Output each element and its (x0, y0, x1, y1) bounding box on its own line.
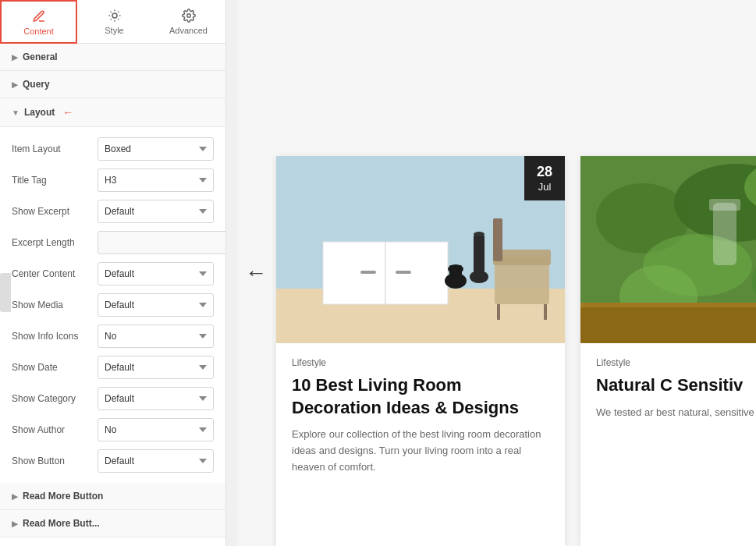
show-info-icons-row: Show Info Icons No Default Yes (12, 321, 214, 352)
show-author-select[interactable]: No Default Yes (98, 418, 214, 441)
item-layout-row: Item Layout Boxed Default Classic Overla… (12, 133, 214, 165)
svg-rect-28 (709, 199, 740, 211)
item-layout-label: Item Layout (12, 144, 98, 154)
title-tag-label: Title Tag (12, 175, 98, 186)
show-excerpt-row: Show Excerpt Default Yes No (12, 196, 214, 227)
layout-form: Item Layout Boxed Default Classic Overla… (0, 127, 225, 483)
read-more2-arrow-icon: ▶ (12, 519, 18, 528)
center-content-label: Center Content (12, 268, 98, 279)
show-date-label: Show Date (12, 362, 98, 373)
card-1-body: Lifestyle 10 Best Living Room Decoration… (276, 343, 565, 491)
layout-arrow-icon: ▼ (12, 108, 20, 117)
tab-advanced[interactable]: Advanced (151, 0, 225, 43)
read-more-arrow-icon: ▶ (12, 492, 18, 501)
right-content: ← (237, 0, 756, 546)
show-author-row: Show Author No Default Yes (12, 414, 214, 445)
tab-style[interactable]: Style (77, 0, 151, 43)
show-media-label: Show Media (12, 300, 98, 310)
card-1-category: Lifestyle (292, 357, 549, 368)
center-content-row: Center Content Default Yes No (12, 258, 214, 289)
svg-rect-29 (580, 304, 756, 343)
show-date-row: Show Date Default Yes No (12, 352, 214, 383)
section-layout[interactable]: ▼ Layout ← (0, 98, 225, 127)
show-button-select[interactable]: Default Yes No (98, 449, 214, 473)
show-info-icons-label: Show Info Icons (12, 331, 98, 342)
svg-rect-27 (713, 203, 736, 265)
tab-content[interactable]: Content (0, 0, 77, 44)
scroll-handle[interactable] (0, 273, 11, 312)
card-1-title: 10 Best Living Room Decoration Ideas & D… (292, 374, 549, 419)
excerpt-length-label: Excerpt Length (12, 237, 98, 248)
section-query[interactable]: ▶ Query (0, 71, 225, 98)
card-1-illustration (276, 156, 565, 343)
left-panel: Content Style Advanced ▶ General ▶ Que (0, 0, 226, 546)
show-date-select[interactable]: Default Yes No (98, 356, 214, 379)
show-category-select[interactable]: Default Yes No (98, 387, 214, 410)
layout-red-arrow-icon: ← (62, 106, 73, 119)
section-read-more[interactable]: ▶ Read More Button (0, 483, 225, 510)
show-media-row: Show Media Default Yes No (12, 289, 214, 321)
svg-point-1 (186, 13, 190, 17)
excerpt-length-input[interactable] (98, 231, 225, 254)
query-arrow-icon: ▶ (12, 80, 18, 89)
card-1: 28 Jul Lifestyle 10 Best Living Room Dec… (276, 156, 565, 546)
card-2-body: Lifestyle Natural C Sensitiv We tested a… (580, 343, 756, 436)
tabs-bar: Content Style Advanced (0, 0, 225, 44)
center-content-select[interactable]: Default Yes No (98, 262, 214, 285)
show-media-select[interactable]: Default Yes No (98, 293, 214, 317)
show-info-icons-select[interactable]: No Default Yes (98, 324, 214, 348)
svg-rect-9 (474, 234, 484, 277)
show-excerpt-label: Show Excerpt (12, 206, 98, 217)
show-button-row: Show Button Default Yes No (12, 445, 214, 477)
svg-rect-7 (396, 271, 411, 274)
card-2-image (580, 156, 756, 343)
panel-body: ▶ General ▶ Query ▼ Layout ← Item Layout… (0, 44, 225, 546)
svg-rect-18 (493, 218, 502, 261)
back-arrow-button[interactable]: ← (245, 261, 267, 285)
title-tag-select[interactable]: H3 H1 H2 H4 (98, 168, 214, 192)
card-2-category: Lifestyle (596, 357, 756, 368)
card-2-title: Natural C Sensitiv (596, 374, 756, 397)
card-2-excerpt: We tested ar best natural, sensitive ski… (596, 405, 756, 421)
card-2: Lifestyle Natural C Sensitiv We tested a… (580, 156, 756, 546)
card-2-illustration (580, 156, 756, 343)
card-1-image: 28 Jul (276, 156, 565, 343)
cards-wrapper: 28 Jul Lifestyle 10 Best Living Room Dec… (237, 0, 756, 546)
general-arrow-icon: ▶ (12, 53, 18, 62)
item-layout-select[interactable]: Boxed Default Classic Overlay (98, 137, 214, 161)
card-1-excerpt: Explore our collection of the best livin… (292, 427, 549, 475)
svg-rect-6 (360, 271, 376, 274)
svg-rect-30 (580, 303, 756, 307)
section-general[interactable]: ▶ General (0, 44, 225, 71)
show-author-label: Show Author (12, 424, 98, 435)
show-button-label: Show Button (12, 456, 98, 466)
title-tag-row: Title Tag H3 H1 H2 H4 (12, 165, 214, 196)
show-excerpt-select[interactable]: Default Yes No (98, 200, 214, 223)
svg-point-0 (112, 13, 117, 18)
excerpt-length-row: Excerpt Length (12, 227, 214, 258)
card-1-date-badge: 28 Jul (524, 156, 565, 200)
svg-rect-13 (449, 265, 462, 281)
show-category-label: Show Category (12, 393, 98, 404)
section-read-more2[interactable]: ▶ Read More Butt... (0, 510, 225, 537)
svg-point-10 (474, 232, 484, 236)
show-category-row: Show Category Default Yes No (12, 383, 214, 414)
